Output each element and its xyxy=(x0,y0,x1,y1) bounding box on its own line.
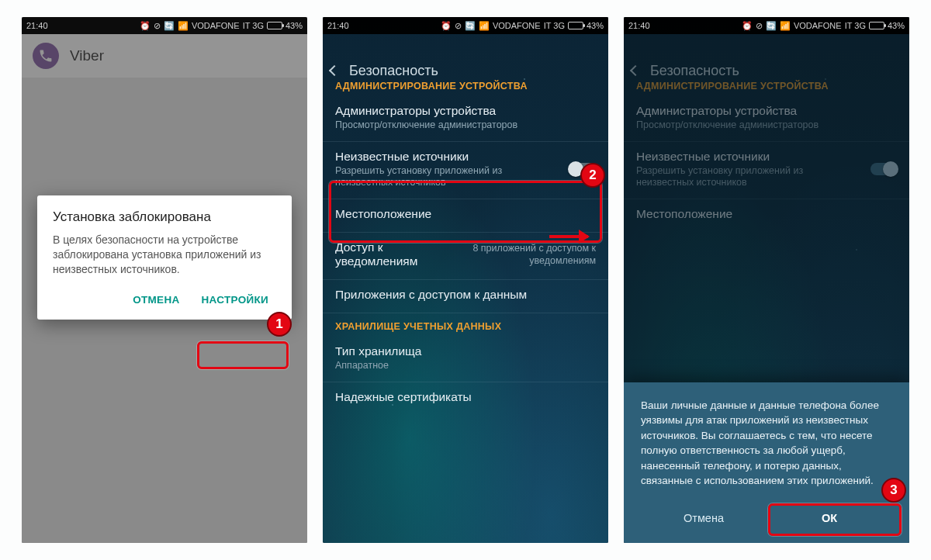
battery-pct: 43% xyxy=(587,21,604,30)
status-time: 21:40 xyxy=(327,21,349,30)
phone-screenshot-1: 21:40 ⏰ ⊘ 🔄 📶 VODAFONE IT 3G 43% Viber У… xyxy=(22,17,307,543)
battery-pct: 43% xyxy=(286,21,303,30)
dialog-body: В целях безопасности на устройстве забло… xyxy=(53,233,276,277)
carrier-label: VODAFONE xyxy=(192,21,240,30)
alarm-icon: ⏰ xyxy=(441,21,452,31)
row-device-admins[interactable]: Администраторы устройства Просмотр/отклю… xyxy=(323,96,608,142)
signal-icon: 📶 xyxy=(479,21,490,31)
dnd-icon: ⊘ xyxy=(455,21,462,31)
network-label: IT 3G xyxy=(243,21,264,30)
install-blocked-dialog: Установка заблокирована В целях безопасн… xyxy=(37,195,292,320)
carrier-label: VODAFONE xyxy=(493,21,541,30)
signal-icon: 📶 xyxy=(780,21,791,31)
carrier-label: VODAFONE xyxy=(794,21,842,30)
dialog-title: Установка заблокирована xyxy=(53,209,276,225)
network-label: IT 3G xyxy=(845,21,866,30)
annotation-highlight-2 xyxy=(329,181,602,243)
row-storage-type[interactable]: Тип хранилища Аппаратное xyxy=(323,337,608,382)
status-time: 21:40 xyxy=(628,21,650,30)
row-trusted-certs[interactable]: Надежные сертификаты xyxy=(323,382,608,415)
row-apps-with-data-access[interactable]: Приложения с доступом к данным xyxy=(323,280,608,313)
status-time: 21:40 xyxy=(26,21,48,30)
annotation-marker-3: 3 xyxy=(881,478,906,503)
dnd-icon: ⊘ xyxy=(756,21,763,31)
dnd-icon: ⊘ xyxy=(154,21,161,31)
settings-button[interactable]: НАСТРОЙКИ xyxy=(194,288,277,312)
status-bar: 21:40 ⏰ ⊘ 🔄 📶 VODAFONE IT 3G 43% xyxy=(323,17,608,34)
battery-icon xyxy=(267,22,282,29)
sync-icon: 🔄 xyxy=(164,21,175,31)
alarm-icon: ⏰ xyxy=(140,21,151,31)
phone-screenshot-3: 21:40 ⏰ ⊘ 🔄 📶 VODAFONE IT 3G 43% Безопас… xyxy=(624,17,909,543)
section-admin: АДМИНИСТРИРОВАНИЕ УСТРОЙСТВА xyxy=(323,73,608,96)
annotation-arrow xyxy=(549,235,588,238)
warning-body: Ваши личные данные и данные телефона бол… xyxy=(641,398,892,489)
annotation-highlight-1 xyxy=(197,341,289,369)
annotation-highlight-3 xyxy=(768,503,902,536)
alarm-icon: ⏰ xyxy=(742,21,753,31)
battery-icon xyxy=(568,22,583,29)
status-bar: 21:40 ⏰ ⊘ 🔄 📶 VODAFONE IT 3G 43% xyxy=(22,17,307,34)
cancel-button[interactable]: ОТМЕНА xyxy=(125,288,187,312)
network-label: IT 3G xyxy=(544,21,565,30)
battery-pct: 43% xyxy=(888,21,905,30)
battery-icon xyxy=(869,22,884,29)
annotation-marker-2: 2 xyxy=(580,163,605,188)
section-credential-storage: ХРАНИЛИЩЕ УЧЕТНЫХ ДАННЫХ xyxy=(323,313,608,337)
signal-icon: 📶 xyxy=(178,21,189,31)
status-bar: 21:40 ⏰ ⊘ 🔄 📶 VODAFONE IT 3G 43% xyxy=(624,17,909,34)
phone-screenshot-2: 21:40 ⏰ ⊘ 🔄 📶 VODAFONE IT 3G 43% Безопас… xyxy=(323,17,608,543)
sync-icon: 🔄 xyxy=(766,21,777,31)
annotation-marker-1: 1 xyxy=(267,312,292,337)
sync-icon: 🔄 xyxy=(465,21,476,31)
warning-cancel-button[interactable]: Отмена xyxy=(641,503,767,534)
